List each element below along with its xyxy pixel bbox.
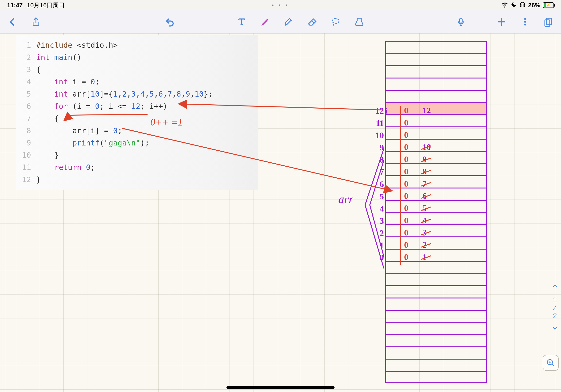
- svg-point-1: [524, 21, 526, 22]
- canvas[interactable]: 1#include <stdio.h>2int main()3{4 int i …: [0, 33, 561, 392]
- stack-row: [385, 346, 487, 359]
- stack-oldval: [422, 129, 431, 141]
- svg-point-2: [524, 24, 526, 25]
- stack-row: [385, 310, 487, 322]
- stack-oldval: 9: [422, 153, 431, 165]
- pages-button[interactable]: [543, 16, 554, 27]
- stack-row: [385, 322, 487, 334]
- zoom-in-button[interactable]: [543, 355, 559, 371]
- more-button[interactable]: [520, 16, 530, 27]
- stack-row: [385, 41, 487, 53]
- stack-zero: 0: [404, 239, 408, 251]
- line-number: 11: [16, 161, 36, 174]
- stack-row: [385, 77, 487, 90]
- stack-zero: 0: [404, 165, 408, 178]
- headphones-icon: [519, 1, 526, 9]
- svg-point-0: [524, 18, 526, 20]
- stack-oldval: 1: [422, 251, 431, 263]
- stack-row: [385, 65, 487, 77]
- code-line: 2int main(): [16, 51, 258, 64]
- line-number: 3: [16, 64, 36, 76]
- page-up-icon[interactable]: [552, 283, 558, 291]
- i-variable-tag: i: [385, 105, 387, 117]
- stack-row: [385, 334, 487, 346]
- stack-oldval: 4: [422, 214, 431, 227]
- page-down-icon[interactable]: [552, 325, 558, 333]
- page-total: 2: [553, 312, 557, 319]
- line-number: 7: [16, 112, 36, 125]
- stack-oldval: 6: [422, 190, 431, 202]
- stack-zero: 0: [404, 141, 408, 153]
- battery-icon: ⚡: [543, 2, 554, 8]
- arr-label: arr: [338, 192, 353, 206]
- stack-oldval: 8: [422, 165, 431, 178]
- stack-index: 12i: [367, 105, 384, 117]
- code-line: 1#include <stdio.h>: [16, 39, 258, 51]
- stack-oldval: 2: [422, 239, 431, 251]
- status-bar: 11:47 10月16日周日 • • • 26% ⚡: [0, 0, 561, 10]
- undo-button[interactable]: [164, 16, 175, 27]
- line-number: 9: [16, 137, 36, 149]
- code-line: 3{: [16, 64, 258, 76]
- line-number: 6: [16, 100, 36, 112]
- line-number: 4: [16, 76, 36, 88]
- stack-index: 10: [367, 129, 384, 142]
- wifi-icon: [501, 1, 508, 10]
- line-number: 10: [16, 149, 36, 161]
- multitask-dots[interactable]: • • •: [272, 3, 289, 8]
- stack-zero: 0: [404, 129, 408, 141]
- stack-zero: 0: [404, 178, 408, 190]
- back-button[interactable]: [7, 16, 18, 27]
- add-button[interactable]: [496, 16, 507, 27]
- stack-oldval: 5: [422, 202, 431, 214]
- red-vline: [400, 106, 401, 265]
- stack-zero: 0: [404, 104, 408, 117]
- page-current: 1: [553, 296, 557, 303]
- microphone-button[interactable]: [455, 16, 466, 27]
- stack-oldval: 10: [422, 141, 431, 153]
- stack-oldval: 12: [422, 104, 431, 117]
- code-line: 8 arr[i] = 0;: [16, 125, 258, 137]
- stack-row: [385, 90, 487, 102]
- stack-row: [385, 359, 487, 371]
- battery-pct: 26%: [528, 2, 540, 9]
- lasso-tool-button[interactable]: [330, 16, 341, 27]
- status-right: 26% ⚡: [501, 1, 554, 10]
- code-line: 11 return 0;: [16, 161, 258, 174]
- stack-index: 11: [367, 117, 384, 129]
- code-line: 7 {: [16, 112, 258, 125]
- line-number: 2: [16, 51, 36, 64]
- code-line: 4 int i = 0;: [16, 76, 258, 88]
- stack-zero: 0: [404, 202, 408, 214]
- toolbar: [0, 10, 561, 33]
- share-button[interactable]: [31, 16, 41, 27]
- page-indicator: 1 ⁄ 2: [553, 296, 557, 319]
- stack-oldval: [422, 117, 431, 129]
- eraser-tool-button[interactable]: [307, 16, 318, 27]
- svg-rect-4: [545, 20, 550, 26]
- arr-bracket: [358, 146, 396, 278]
- code-line: 5 int arr[10]={1,2,3,4,5,6,7,8,9,10};: [16, 88, 258, 100]
- stack-zero: 0: [404, 153, 408, 165]
- stack-zero: 0: [404, 190, 408, 202]
- stack-row: [385, 53, 487, 65]
- zeros-column: 0000000000000: [404, 104, 408, 263]
- oldvals-column: 1210987654321: [422, 104, 431, 263]
- code-line: 12}: [16, 174, 258, 186]
- stack-zero: 0: [404, 251, 408, 263]
- code-line: 9 printf("gaga\n");: [16, 137, 258, 149]
- text-tool-button[interactable]: [236, 16, 247, 27]
- dnd-moon-icon: [511, 1, 517, 9]
- highlighter-tool-button[interactable]: [283, 16, 294, 27]
- line-number: 1: [16, 39, 36, 51]
- pen-tool-button[interactable]: [260, 16, 271, 27]
- page-navigator[interactable]: 1 ⁄ 2: [550, 283, 560, 333]
- red-increment-note: 0++ =1: [150, 117, 183, 128]
- status-time: 11:47: [7, 2, 23, 9]
- home-indicator[interactable]: [227, 386, 334, 389]
- code-line: 6 for (i = 0; i <= 12; i++): [16, 100, 258, 112]
- stack-row: [385, 371, 487, 383]
- stack-row: [385, 297, 487, 310]
- shape-tool-button[interactable]: [354, 16, 365, 27]
- stack-zero: 0: [404, 214, 408, 227]
